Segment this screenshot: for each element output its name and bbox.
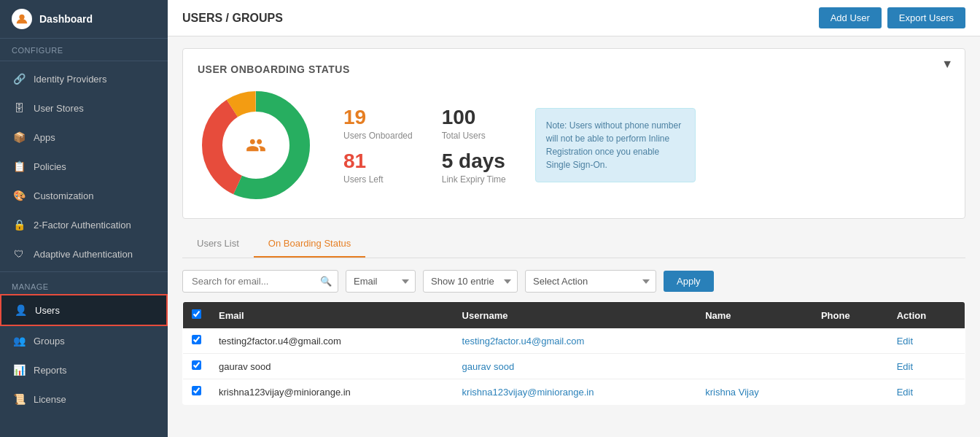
sidebar-item-policies[interactable]: 📋 Policies (0, 152, 168, 181)
sidebar-logo-text: Dashboard (39, 13, 93, 25)
phone-column-header: Phone (812, 302, 888, 329)
users-left-number: 81 (343, 150, 413, 173)
note-box: Note: Users without phone number will no… (535, 108, 696, 182)
sidebar-item-identity-providers-label: Identity Providers (34, 74, 106, 85)
row-checkbox[interactable] (192, 335, 201, 344)
sidebar-item-groups[interactable]: 👥 Groups (0, 326, 168, 355)
row-name (696, 354, 812, 379)
customization-icon: 🎨 (12, 188, 26, 203)
users-onboarded-stat: 19 Users Onboarded (343, 106, 413, 141)
row-phone (812, 328, 888, 354)
2fa-icon: 🔒 (12, 217, 26, 232)
add-user-button[interactable]: Add User (819, 7, 882, 28)
collapse-button[interactable]: ▼ (941, 58, 953, 71)
sidebar-item-adaptive-auth-label: Adaptive Authentication (34, 249, 133, 260)
logo-icon (12, 9, 32, 29)
reports-icon: 📊 (12, 363, 26, 377)
row-username-link[interactable]: gaurav sood (462, 361, 515, 372)
users-table: Email Username Name Phone Action testing… (182, 301, 965, 405)
name-column-header: Name (696, 302, 812, 329)
link-expiry-label: Link Expiry Time (442, 174, 506, 185)
sidebar-item-reports[interactable]: 📊 Reports (0, 355, 168, 384)
main-content: USERS / GROUPS Add User Export Users ▼ U… (168, 0, 980, 437)
row-username-link[interactable]: krishna123vijay@miniorange.in (462, 387, 594, 398)
table-row: testing2factor.u4@gmail.com testing2fact… (183, 328, 965, 354)
onboarding-stats: 19 Users Onboarded 81 Users Left (343, 106, 413, 185)
table-row: gaurav sood gaurav sood Edit (183, 354, 965, 379)
row-username-link[interactable]: testing2factor.u4@gmail.com (462, 336, 585, 347)
page-header: USERS / GROUPS Add User Export Users (168, 0, 980, 36)
row-edit-link[interactable]: Edit (897, 361, 913, 372)
row-phone (812, 379, 888, 405)
sidebar-item-2fa[interactable]: 🔒 2-Factor Authentication (0, 210, 168, 239)
sidebar-logo[interactable]: Dashboard (0, 0, 168, 39)
sidebar-item-apps[interactable]: 📦 Apps (0, 123, 168, 152)
email-filter-select[interactable]: Email Username Phone (346, 270, 416, 293)
row-username: krishna123vijay@miniorange.in (454, 379, 697, 405)
user-stores-icon: 🗄 (12, 101, 26, 115)
donut-center-icon (238, 127, 274, 163)
link-expiry-number: 5 days (442, 150, 506, 173)
select-all-checkbox[interactable] (192, 309, 201, 319)
row-edit-link[interactable]: Edit (897, 387, 913, 398)
sidebar-item-customization[interactable]: 🎨 Customization (0, 181, 168, 210)
row-name: krishna Vijay (696, 379, 812, 405)
manage-section-label: Manage (0, 275, 168, 294)
sidebar-item-2fa-label: 2-Factor Authentication (34, 220, 131, 231)
row-email: krishna123vijay@miniorange.in (210, 379, 454, 405)
license-icon: 📜 (12, 392, 26, 406)
sidebar: Dashboard Configure 🔗 Identity Providers… (0, 0, 168, 437)
sidebar-item-user-stores[interactable]: 🗄 User Stores (0, 93, 168, 123)
row-action: Edit (888, 328, 965, 354)
total-users-number: 100 (442, 106, 506, 129)
users-left-label: Users Left (343, 174, 413, 185)
page-title: USERS / GROUPS (182, 12, 283, 25)
identity-providers-icon: 🔗 (12, 71, 26, 86)
tab-users-list[interactable]: Users List (182, 231, 254, 258)
select-all-header (183, 302, 211, 329)
configure-section-label: Configure (0, 39, 168, 58)
row-action: Edit (888, 379, 965, 405)
sidebar-item-user-stores-label: User Stores (34, 103, 84, 114)
sidebar-item-groups-label: Groups (34, 336, 65, 347)
stats-card-title: USER ONBOARDING STATUS (198, 63, 950, 75)
sidebar-item-reports-label: Reports (34, 365, 67, 376)
sidebar-item-apps-label: Apps (34, 132, 55, 143)
row-checkbox[interactable] (192, 386, 201, 395)
entries-select[interactable]: Show 10 entrie Show 25 entries Show 50 e… (423, 270, 518, 293)
export-users-button[interactable]: Export Users (887, 7, 965, 28)
link-expiry-stat: 5 days Link Expiry Time (442, 150, 506, 185)
sidebar-item-license[interactable]: 📜 License (0, 384, 168, 414)
row-edit-link[interactable]: Edit (897, 336, 913, 347)
action-select[interactable]: Select Action Delete Disable Enable (525, 270, 656, 293)
donut-chart (198, 87, 314, 204)
row-email: gaurav sood (210, 354, 454, 379)
users-left-stat: 81 Users Left (343, 150, 413, 185)
sidebar-item-identity-providers[interactable]: 🔗 Identity Providers (0, 64, 168, 93)
tab-onboarding-status[interactable]: On Boarding Status (254, 231, 365, 258)
sidebar-item-users[interactable]: 👤 Users (0, 294, 168, 326)
sidebar-item-users-label: Users (35, 305, 60, 316)
table-row: krishna123vijay@miniorange.in krishna123… (183, 379, 965, 405)
table-body: testing2factor.u4@gmail.com testing2fact… (183, 328, 965, 405)
note-text: Note: Users without phone number will no… (546, 120, 681, 170)
table-head: Email Username Name Phone Action (183, 302, 965, 329)
row-phone (812, 354, 888, 379)
users-icon: 👤 (13, 303, 28, 317)
tabs: Users List On Boarding Status (182, 231, 965, 258)
sidebar-item-policies-label: Policies (34, 161, 66, 172)
sidebar-item-adaptive-auth[interactable]: 🛡 Adaptive Authentication (0, 239, 168, 268)
email-column-header: Email (210, 302, 454, 329)
search-input[interactable] (189, 271, 320, 292)
apply-button[interactable]: Apply (664, 271, 714, 292)
row-checkbox[interactable] (192, 360, 201, 370)
total-users-stat: 100 Total Users (442, 106, 506, 141)
stats-card-body: 19 Users Onboarded 81 Users Left 100 Tot… (198, 87, 950, 204)
row-username: gaurav sood (454, 354, 697, 379)
search-icon: 🔍 (320, 276, 332, 287)
row-checkbox-cell (183, 354, 211, 379)
row-name-link[interactable]: krishna Vijay (705, 387, 758, 398)
total-users-label: Total Users (442, 131, 506, 141)
groups-icon: 👥 (12, 333, 26, 348)
policies-icon: 📋 (12, 159, 26, 174)
